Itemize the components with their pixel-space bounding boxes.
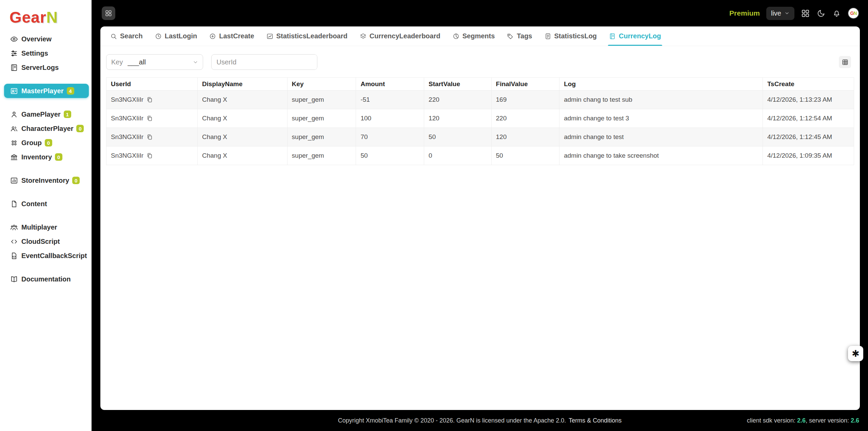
asterisk-icon: ✱ — [852, 348, 860, 359]
sidebar-item-eventcallbackscript[interactable]: EventCallbackScript — [4, 249, 89, 263]
cell-amount: -51 — [356, 91, 424, 109]
tab-label: Search — [120, 32, 143, 40]
app-launcher-button[interactable] — [102, 6, 115, 20]
cell-startvalue: 220 — [424, 91, 491, 109]
tab-tags[interactable]: Tags — [503, 26, 536, 46]
tab-label: CurrencyLog — [619, 32, 661, 40]
sidebar-item-label: Group — [21, 139, 42, 147]
sidebar-item-label: ServerLogs — [21, 64, 59, 72]
cell-finalvalue: 169 — [491, 91, 559, 109]
tab-label: StatisticsLeaderboard — [276, 32, 348, 40]
sidebar-item-label: StoreInventory — [21, 177, 69, 184]
server-version-label: , server version: — [806, 417, 851, 424]
sidebar-item-group[interactable]: Group 0 — [4, 136, 89, 150]
extensions-icon[interactable] — [801, 9, 810, 18]
copy-clipboard-icon[interactable] — [146, 134, 153, 140]
cell-userid: Sn3NGXIiIr — [106, 128, 198, 146]
sidebar-item-overview[interactable]: Overview — [4, 32, 89, 46]
sidebar-item-serverlogs[interactable]: ServerLogs — [4, 60, 89, 75]
copy-clipboard-icon[interactable] — [146, 97, 153, 103]
sidebar-item-inventory[interactable]: Inventory 0 — [4, 150, 89, 164]
column-header-amount: Amount — [356, 78, 424, 91]
sidebar-item-label: Content — [21, 200, 47, 208]
sidebar-item-multiplayer[interactable]: Multiplayer — [4, 220, 89, 234]
tab-search[interactable]: Search — [106, 26, 146, 46]
tabs-bar: Search LastLogin LastCreate StatisticsLe… — [100, 26, 860, 46]
column-header-displayname: DisplayName — [198, 78, 288, 91]
tab-lastcreate[interactable]: LastCreate — [205, 26, 258, 46]
cell-log: admin change to test — [559, 128, 763, 146]
currency-log-table: UserId DisplayName Key Amount StartValue… — [106, 77, 854, 165]
cell-key: super_gem — [287, 128, 356, 146]
sidebar-item-storeinventory[interactable]: StoreInventory 0 — [4, 173, 89, 188]
sidebar-item-label: CharacterPlayer — [21, 125, 73, 133]
sidebar-group-docs: Documentation — [1, 272, 90, 286]
grid-view-icon — [842, 59, 849, 66]
tab-statisticsleaderboard[interactable]: StatisticsLeaderboard — [263, 26, 351, 46]
group-grid-icon — [10, 139, 18, 147]
tab-statisticslog[interactable]: StatisticsLog — [541, 26, 601, 46]
userid-value: Sn3NGXIiIr — [111, 133, 143, 141]
dark-mode-moon-icon[interactable] — [816, 9, 826, 18]
tab-label: LastCreate — [219, 32, 254, 40]
document-lines-icon — [545, 33, 551, 40]
tab-segments[interactable]: Segments — [449, 26, 499, 46]
chevron-down-icon — [784, 11, 790, 16]
clock-icon — [155, 33, 162, 40]
copy-clipboard-icon[interactable] — [146, 153, 153, 159]
bank-icon — [10, 153, 18, 161]
sidebar-item-masterplayer[interactable]: MasterPlayer 4 — [4, 84, 89, 98]
sidebar-item-cloudscript[interactable]: CloudScript — [4, 234, 89, 249]
tab-label: LastLogin — [165, 32, 197, 40]
sidebar-item-content[interactable]: Content — [4, 197, 89, 211]
file-icon — [10, 200, 18, 208]
player-card-icon — [10, 87, 18, 95]
footer: Copyright XmobiTea Family © 2020 - 2026.… — [92, 410, 868, 431]
table-view-toggle-button[interactable] — [839, 56, 851, 68]
key-filter-selected-value: ___all — [127, 58, 145, 66]
avatar-text: G — [850, 11, 853, 16]
sidebar-item-label: Multiplayer — [21, 223, 57, 231]
userid-value: Sn3NGXIiIr — [111, 115, 143, 122]
main-area: Premium live GN Search — [92, 0, 868, 431]
version-info: client sdk version: 2.6, server version:… — [747, 417, 859, 424]
tab-currencyleaderboard[interactable]: CurrencyLeaderboard — [356, 26, 444, 46]
tab-currencylog[interactable]: CurrencyLog — [605, 26, 665, 46]
column-header-key: Key — [287, 78, 356, 91]
pie-segment-icon — [453, 33, 459, 40]
cell-tscreate: 4/12/2026, 1:12:54 AM — [763, 109, 854, 128]
user-avatar[interactable]: GN — [848, 7, 859, 19]
key-filter-group: Key ___all — [106, 54, 203, 70]
cell-displayname: Chang X — [198, 109, 288, 128]
content-card: Search LastLogin LastCreate StatisticsLe… — [100, 26, 860, 410]
key-filter-label: Key — [106, 58, 127, 66]
sidebar-item-characterplayer[interactable]: CharacterPlayer 0 — [4, 121, 89, 136]
copyright-text: Copyright XmobiTea Family © 2020 - 2026.… — [338, 417, 566, 424]
cell-log: admin change to test 3 — [559, 109, 763, 128]
book-log-icon — [609, 33, 616, 40]
tab-lastlogin[interactable]: LastLogin — [151, 26, 201, 46]
userid-value: Sn3NGXIiIr — [111, 152, 143, 159]
copy-clipboard-icon[interactable] — [146, 115, 153, 122]
environment-selector[interactable]: live — [766, 7, 794, 20]
cell-amount: 100 — [356, 109, 424, 128]
group-count-badge: 0 — [45, 139, 52, 146]
userid-filter-input[interactable] — [241, 55, 317, 70]
person-icon — [10, 111, 18, 118]
floating-assistant-button[interactable]: ✱ — [848, 346, 863, 361]
cell-tscreate: 4/12/2026, 1:09:35 AM — [763, 146, 854, 165]
key-filter-select[interactable]: ___all — [127, 58, 203, 66]
server-version: 2.6 — [851, 417, 859, 424]
premium-label[interactable]: Premium — [729, 9, 760, 17]
cell-userid: Sn3NGXIiIr — [106, 109, 198, 128]
sidebar-item-gameplayer[interactable]: GamePlayer 1 — [4, 107, 89, 121]
sidebar-item-documentation[interactable]: Documentation — [4, 272, 89, 286]
sidebar-group-scripts: Multiplayer CloudScript EventCallbackScr… — [1, 220, 90, 263]
sidebar-item-settings[interactable]: Settings — [4, 46, 89, 60]
notifications-bell-icon[interactable] — [832, 9, 841, 18]
sidebar-group-storeinventory: StoreInventory 0 — [1, 173, 90, 188]
cell-tscreate: 4/12/2026, 1:13:23 AM — [763, 91, 854, 109]
terms-link[interactable]: Terms & Conditions — [569, 417, 622, 424]
gameplayer-count-badge: 1 — [64, 111, 71, 118]
journal-icon — [10, 64, 18, 72]
